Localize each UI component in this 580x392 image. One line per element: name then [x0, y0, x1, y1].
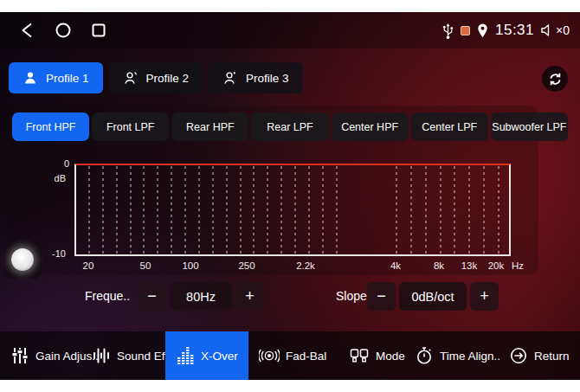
refresh-icon	[547, 71, 564, 87]
nav-label: Mode	[376, 350, 405, 363]
nav-label: Fad-Bal	[286, 350, 326, 363]
gridline	[468, 166, 470, 254]
frequency-label: Freque..	[85, 282, 130, 311]
gridline	[294, 166, 296, 254]
x-tick-label: 20	[83, 260, 94, 271]
gridline	[280, 166, 282, 254]
gridline	[498, 166, 499, 254]
profile-tab-label: Profile 3	[246, 72, 289, 85]
gridline	[184, 166, 186, 254]
x-tick-label: 2.2k	[296, 260, 315, 271]
x-tick-label: 4k	[390, 260, 401, 271]
profile-tab-label: Profile 2	[146, 72, 190, 85]
gridline	[143, 166, 145, 254]
gridline	[425, 166, 427, 254]
x-axis-unit: Hz	[512, 260, 524, 271]
nav-label: X-Over	[201, 350, 238, 363]
profile-tab-1[interactable]: Profile 1	[9, 62, 103, 93]
home-icon[interactable]	[55, 22, 72, 39]
nav-fad-bal[interactable]: Fad-Bal	[259, 331, 326, 380]
person-icon	[123, 70, 139, 86]
person-icon	[222, 70, 238, 86]
gridline	[88, 166, 90, 254]
gridline	[410, 166, 412, 254]
profile-tab-2[interactable]: Profile 2	[109, 62, 203, 93]
nav-return[interactable]: Return	[509, 331, 570, 380]
y-axis-unit: dB	[45, 173, 66, 183]
x-tick-label: 20k	[488, 260, 505, 271]
gridline	[267, 166, 268, 254]
volume-level: ×0	[556, 23, 570, 37]
status-right-cluster: 15:31 ×0	[441, 12, 570, 48]
nav-label: Return	[534, 350, 570, 363]
frequency-plus-button[interactable]: +	[235, 282, 264, 311]
head-unit-screen: 15:31 ×0 Profile 1	[0, 0, 580, 392]
recents-icon[interactable]	[92, 23, 106, 37]
usb-icon	[441, 22, 454, 40]
nav-time-align[interactable]: Time Align..	[415, 331, 500, 380]
tab-front-lpf[interactable]: Front LPF	[92, 112, 169, 141]
x-tick-label: 100	[182, 260, 198, 271]
volume-indicator: ×0	[540, 23, 570, 37]
tab-rear-hpf[interactable]: Rear HPF	[171, 112, 248, 141]
gridline	[240, 166, 242, 254]
tab-front-hpf[interactable]: Front HPF	[12, 112, 89, 141]
return-arrow-icon	[509, 346, 528, 365]
nav-x-over[interactable]: X-Over	[165, 331, 248, 380]
display-area: 15:31 ×0 Profile 1	[0, 12, 580, 380]
x-tick-label: 13k	[461, 260, 478, 271]
x-tick-label: 8k	[434, 260, 444, 271]
gridline	[102, 166, 104, 254]
gridline	[171, 166, 172, 254]
gridline	[322, 166, 324, 254]
gridline	[454, 166, 455, 254]
clock: 15:31	[495, 22, 534, 39]
gridline	[308, 166, 310, 254]
mixer-icon	[10, 346, 29, 365]
crossover-controls: Freque.. − 80Hz + Slope − 0dB/oct +	[0, 282, 580, 311]
x-tick-label: 250	[238, 260, 255, 271]
profile-tab-label: Profile 1	[46, 72, 89, 85]
person-icon	[23, 70, 38, 86]
gridline	[440, 166, 441, 254]
slope-label: Slope	[336, 282, 367, 311]
gridline	[198, 166, 200, 254]
gridline	[336, 166, 338, 254]
profile-tab-3[interactable]: Profile 3	[209, 62, 303, 93]
rotary-knob-button[interactable]	[3, 241, 42, 279]
gridline	[212, 166, 214, 254]
frequency-value: 80Hz	[170, 282, 232, 311]
gridline	[157, 166, 158, 254]
tab-center-hpf[interactable]: Center HPF	[332, 112, 409, 141]
refresh-button[interactable]	[542, 66, 568, 92]
gridline	[396, 166, 397, 254]
stopwatch-icon	[415, 346, 434, 365]
frequency-minus-button[interactable]: −	[138, 282, 166, 311]
sound-bars-icon	[92, 346, 111, 365]
tab-center-lpf[interactable]: Center LPF	[411, 112, 488, 141]
gridline	[226, 166, 228, 254]
gridline	[253, 166, 255, 254]
nav-gain-adjust[interactable]: Gain Adjus..	[10, 331, 99, 380]
status-bar: 15:31 ×0	[0, 12, 580, 48]
slope-value: 0dB/oct	[399, 282, 467, 311]
slope-minus-button[interactable]: −	[367, 282, 396, 311]
nav-mode[interactable]: Mode	[349, 331, 405, 380]
x-axis-ticks: 20501002502.2k4k8k13k20kHz	[74, 260, 542, 273]
slope-plus-button[interactable]: +	[470, 282, 499, 311]
equalizer-icon	[176, 346, 195, 365]
back-icon[interactable]	[19, 22, 35, 39]
bottom-nav: Gain Adjus.. Sound Effe.. X-Over	[0, 331, 580, 380]
tab-subwoofer-lpf[interactable]: Subwoofer LPF	[491, 112, 568, 141]
speaker-muted-icon	[540, 23, 554, 37]
gridline	[130, 166, 132, 254]
plot-area	[74, 164, 511, 256]
y-tick-label: -10	[45, 248, 66, 259]
y-tick-label: 0	[48, 158, 69, 169]
tab-rear-lpf[interactable]: Rear LPF	[251, 112, 328, 141]
fader-balance-icon	[259, 346, 280, 365]
app-indicator-icon	[461, 26, 470, 35]
gridline	[483, 166, 485, 254]
knob-indicator	[11, 248, 34, 271]
speakers-icon	[349, 346, 370, 365]
